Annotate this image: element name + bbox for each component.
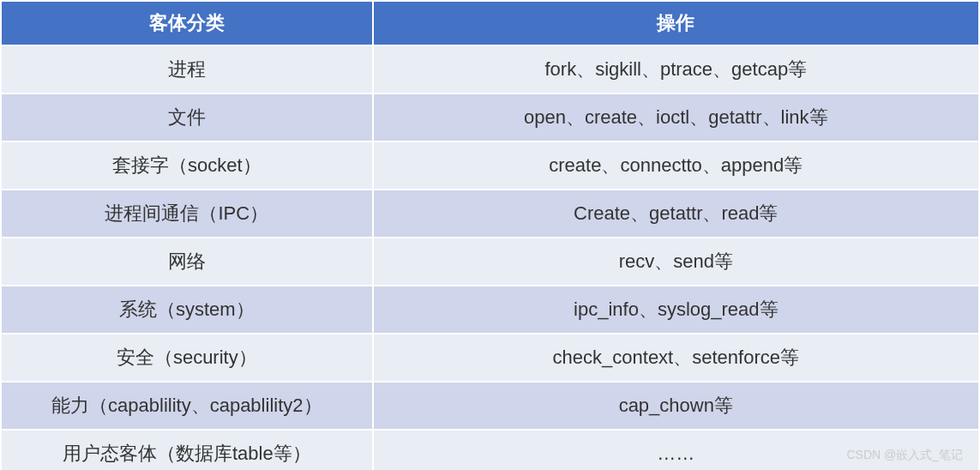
cell-category: 安全（security） bbox=[1, 334, 373, 382]
cell-category: 进程 bbox=[1, 45, 373, 93]
cell-category: 套接字（socket） bbox=[1, 142, 373, 190]
cell-operation: open、create、ioctl、getattr、link等 bbox=[373, 93, 979, 142]
table-row: 网络 recv、send等 bbox=[1, 238, 979, 286]
table-row: 用户态客体（数据库table等） …… bbox=[1, 430, 979, 470]
table-row: 能力（capablility、capablility2） cap_chown等 bbox=[1, 382, 979, 430]
cell-operation: fork、sigkill、ptrace、getcap等 bbox=[373, 45, 979, 93]
table-row: 进程间通信（IPC） Create、getattr、read等 bbox=[1, 190, 979, 238]
table-row: 系统（system） ipc_info、syslog_read等 bbox=[1, 286, 979, 334]
table-row: 安全（security） check_context、setenforce等 bbox=[1, 334, 979, 382]
object-operation-table: 客体分类 操作 进程 fork、sigkill、ptrace、getcap等 文… bbox=[0, 0, 980, 470]
header-category: 客体分类 bbox=[1, 1, 373, 45]
cell-operation: create、connectto、append等 bbox=[373, 142, 979, 190]
cell-operation: check_context、setenforce等 bbox=[373, 334, 979, 382]
cell-operation: cap_chown等 bbox=[373, 382, 979, 430]
cell-category: 系统（system） bbox=[1, 286, 373, 334]
cell-category: 能力（capablility、capablility2） bbox=[1, 382, 373, 430]
table-row: 文件 open、create、ioctl、getattr、link等 bbox=[1, 93, 979, 142]
cell-operation: Create、getattr、read等 bbox=[373, 190, 979, 238]
table-row: 进程 fork、sigkill、ptrace、getcap等 bbox=[1, 45, 979, 93]
cell-operation: recv、send等 bbox=[373, 238, 979, 286]
cell-category: 用户态客体（数据库table等） bbox=[1, 430, 373, 470]
cell-category: 文件 bbox=[1, 93, 373, 142]
cell-category: 网络 bbox=[1, 238, 373, 286]
header-operation: 操作 bbox=[373, 1, 979, 45]
watermark-text: CSDN @嵌入式_笔记 bbox=[846, 448, 963, 463]
cell-operation: ipc_info、syslog_read等 bbox=[373, 286, 979, 334]
table-row: 套接字（socket） create、connectto、append等 bbox=[1, 142, 979, 190]
table-header-row: 客体分类 操作 bbox=[1, 1, 979, 45]
cell-category: 进程间通信（IPC） bbox=[1, 190, 373, 238]
